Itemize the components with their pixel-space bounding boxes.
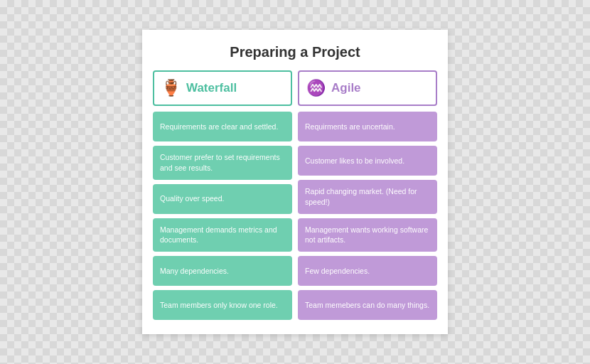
page-title: Preparing a Project [153, 44, 437, 60]
waterfall-row-2: Customer prefer to set requirements and … [153, 146, 292, 179]
waterfall-row-1: Requirements are clear and settled. [153, 112, 292, 141]
waterfall-row-6: Team members only know one role. [153, 290, 292, 320]
agile-row-1: Requirments are uncertain. [298, 112, 437, 141]
waterfall-row-4: Management demands metrics and documents… [153, 218, 292, 252]
waterfall-icon: 🏺 [161, 79, 181, 97]
agile-header: ♒ Agile [298, 70, 437, 106]
comparison-columns: 🏺 Waterfall Requirements are clear and s… [153, 70, 437, 320]
agile-row-6: Team memebers can do many things. [298, 290, 437, 320]
waterfall-header: 🏺 Waterfall [153, 70, 292, 106]
waterfall-row-5: Many dependencies. [153, 256, 292, 286]
comparison-card: Preparing a Project 🏺 Waterfall Requirem… [142, 30, 448, 334]
agile-row-4: Management wants working software not ar… [298, 218, 437, 252]
waterfall-label: Waterfall [186, 81, 237, 95]
agile-icon: ♒ [306, 79, 326, 97]
waterfall-column: 🏺 Waterfall Requirements are clear and s… [153, 70, 292, 320]
agile-row-5: Few dependencies. [298, 256, 437, 286]
agile-label: Agile [331, 81, 361, 95]
agile-column: ♒ Agile Requirments are uncertain. Custo… [298, 70, 437, 320]
agile-row-2: Customer likes to be involved. [298, 146, 437, 176]
waterfall-row-3: Quality over speed. [153, 184, 292, 214]
agile-row-3: Rapid changing market. (Need for speed!) [298, 180, 437, 213]
